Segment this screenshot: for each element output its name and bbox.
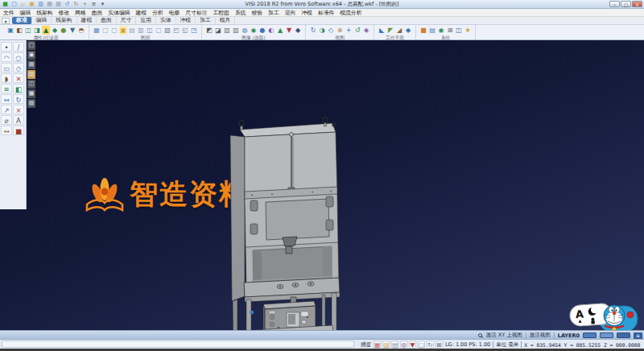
filter-solid-icon[interactable]: ▲: [42, 26, 50, 35]
polygon-icon[interactable]: ◇: [13, 63, 24, 72]
fillet-icon[interactable]: ◗: [1, 73, 12, 83]
line-icon[interactable]: /: [13, 42, 24, 52]
view-rotate-icon[interactable]: ↺: [353, 26, 361, 35]
select-all-icon[interactable]: ●: [258, 26, 266, 35]
menu-item[interactable]: 编辑: [20, 9, 31, 17]
ribbon-tab[interactable]: 模具: [216, 17, 236, 24]
menu-item[interactable]: 逆向: [285, 9, 296, 17]
menu-item[interactable]: 网格: [75, 9, 86, 17]
filter-text-icon[interactable]: ▼: [68, 26, 76, 35]
snap-quadrant-icon[interactable]: ▼: [409, 341, 416, 349]
layer-lock-icon[interactable]: ◫: [146, 26, 154, 35]
rotate-icon[interactable]: ↻: [13, 94, 24, 104]
layer-color-button[interactable]: [617, 332, 630, 338]
ribbon-tab[interactable]: 加工: [196, 17, 216, 24]
scale-icon[interactable]: ↗: [1, 105, 12, 114]
snap-endpoint-icon[interactable]: ▦: [374, 341, 381, 349]
filter-surface-icon[interactable]: ◨: [33, 26, 41, 35]
view-zoom-icon[interactable]: ⊕: [336, 26, 344, 35]
menu-item[interactable]: 建模: [136, 9, 147, 17]
snap-intersection-icon[interactable]: ◍: [400, 341, 407, 349]
trim-icon[interactable]: ✕: [13, 73, 24, 83]
select-bycolor-icon[interactable]: ◍: [241, 26, 249, 35]
menu-item[interactable]: 实体编辑: [108, 9, 130, 17]
layer-color-button[interactable]: [600, 332, 613, 338]
dimension-icon[interactable]: ↔: [1, 126, 12, 135]
system-settings-icon[interactable]: ■: [419, 26, 427, 35]
circle-icon[interactable]: ○: [13, 52, 24, 62]
workplane-flip-icon[interactable]: ◢: [395, 26, 403, 35]
ribbon-tab[interactable]: 编辑: [32, 17, 52, 24]
offset-icon[interactable]: ≡: [1, 84, 12, 93]
workplane-create-icon[interactable]: ◣: [378, 26, 386, 35]
select-chain-icon[interactable]: ◪: [214, 26, 222, 35]
layer-new-icon[interactable]: ▦: [93, 26, 101, 35]
layer-settings-icon[interactable]: ◳: [190, 26, 198, 35]
snap-midpoint-icon[interactable]: ▨: [382, 341, 390, 349]
select-remove-icon[interactable]: ▼: [285, 26, 293, 35]
system-help-icon[interactable]: ★: [464, 26, 472, 35]
menu-item[interactable]: 电极: [169, 9, 180, 17]
attribute-brush-icon[interactable]: ◧: [15, 26, 23, 35]
select-add-icon[interactable]: ▲: [276, 26, 284, 35]
activate-view-button[interactable]: 激活视图: [530, 332, 551, 339]
layer-list-icon[interactable]: ▢: [101, 26, 109, 35]
ribbon-tab[interactable]: 尺寸: [117, 17, 137, 24]
menu-item[interactable]: 文件: [3, 9, 14, 17]
ribbon-tab[interactable]: 曲面: [97, 17, 117, 24]
system-info-icon[interactable]: ◉: [437, 26, 445, 35]
view-wireframe-icon[interactable]: ◇: [327, 26, 335, 35]
machine-model[interactable]: [224, 98, 349, 351]
dock-view-fit-icon[interactable]: ◫: [27, 80, 35, 89]
layer-visibility-icon[interactable]: ▢: [110, 26, 118, 35]
ribbon-tab[interactable]: 建模: [77, 17, 97, 24]
arc-icon[interactable]: ◠: [1, 52, 12, 62]
statusbar-grip-button[interactable]: ≡: [634, 332, 642, 339]
ribbon-tab[interactable]: 冲模: [176, 17, 196, 24]
3d-viewport[interactable]: 智造资料网: [0, 40, 644, 330]
layer-merge-icon[interactable]: ◱: [181, 26, 189, 35]
layer-off-icon[interactable]: ▢: [155, 26, 163, 35]
dock-view-side-icon[interactable]: ▤: [27, 60, 35, 69]
view-pan-icon[interactable]: +: [345, 26, 353, 35]
menu-item[interactable]: 加工: [268, 9, 279, 17]
command-prompt-field[interactable]: [2, 341, 354, 348]
system-window-icon[interactable]: ◫: [455, 26, 463, 35]
select-box-icon[interactable]: ▧: [223, 26, 231, 35]
point-icon[interactable]: •: [1, 42, 12, 52]
layer-group-icon[interactable]: ◰: [172, 26, 180, 35]
menu-item[interactable]: 曲面: [92, 9, 103, 17]
system-database-icon[interactable]: ▤: [428, 26, 436, 35]
filter-point-icon[interactable]: ●: [60, 26, 68, 35]
menu-item[interactable]: 修改: [59, 9, 70, 17]
tab-overflow-button[interactable]: ▾: [2, 18, 10, 24]
layer-filter-icon[interactable]: ▧: [163, 26, 171, 35]
workplane-origin-icon[interactable]: ◆: [404, 26, 412, 35]
select-single-icon[interactable]: ◩: [205, 26, 213, 35]
view-shade-icon[interactable]: ◑: [318, 26, 326, 35]
ribbon-tab[interactable]: 标准: [12, 17, 32, 24]
ribbon-tab[interactable]: 线架构: [52, 17, 76, 24]
material-icon[interactable]: ■: [13, 126, 24, 135]
layer-current-icon[interactable]: ▣: [119, 26, 127, 35]
maximize-button[interactable]: ▢: [621, 1, 631, 7]
dock-view-layers-icon[interactable]: ▧: [27, 99, 35, 108]
select-visible-icon[interactable]: ◉: [250, 26, 258, 35]
move-icon[interactable]: ↔: [1, 94, 12, 104]
layer-color-button[interactable]: [583, 332, 597, 338]
view-iso-icon[interactable]: ◈: [362, 26, 370, 35]
snap-center-icon[interactable]: ▤: [391, 341, 398, 349]
snap-refresh-icon[interactable]: ↻: [427, 341, 434, 349]
workplane-align-icon[interactable]: ◤: [386, 26, 394, 35]
layer-move-icon[interactable]: ▤: [128, 26, 136, 35]
mirror-icon[interactable]: ◧: [13, 84, 24, 93]
dock-view-front-icon[interactable]: ▣: [27, 51, 35, 60]
filter-wire-icon[interactable]: ◫: [24, 26, 32, 35]
ribbon-tab[interactable]: 实体: [156, 17, 176, 24]
menu-item[interactable]: 线架构: [36, 9, 52, 17]
dock-view-top-icon[interactable]: ▢: [27, 41, 35, 50]
menu-item[interactable]: 校验: [252, 9, 263, 17]
select-color-icon[interactable]: ▣: [6, 26, 14, 35]
close-button[interactable]: ✕: [632, 1, 642, 7]
select-last-icon[interactable]: ◆: [294, 26, 302, 35]
